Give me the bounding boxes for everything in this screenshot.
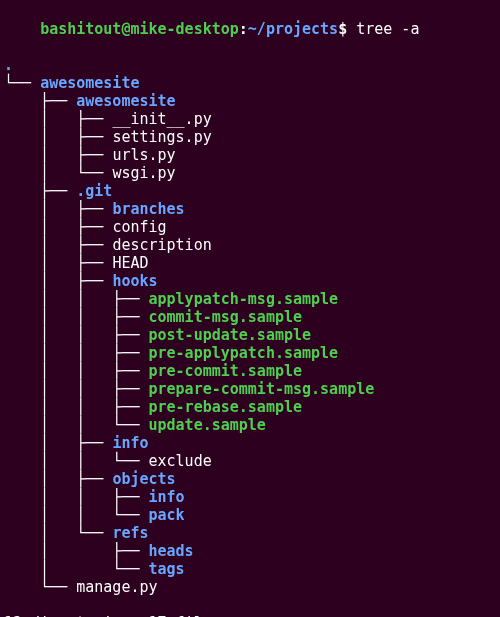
tree-line: └── manage.py — [4, 578, 496, 596]
tree-line: │ │ ├── applypatch-msg.sample — [4, 290, 496, 308]
file-name: __init__.py — [112, 110, 211, 128]
tree-root-dot: . — [4, 56, 13, 74]
exec-file-name: pre-commit.sample — [149, 362, 303, 380]
tree-branch-glyph: │ ├── — [4, 542, 149, 560]
tree-line: │ │ └── update.sample — [4, 416, 496, 434]
tree-branch-glyph: │ │ ├── — [4, 326, 149, 344]
dir-name: refs — [112, 524, 148, 542]
dir-name: awesomesite — [76, 92, 175, 110]
dir-name: heads — [149, 542, 194, 560]
dir-name: branches — [112, 200, 184, 218]
tree-branch-glyph: │ │ ├── — [4, 308, 149, 326]
dir-name: pack — [149, 506, 185, 524]
dir-name: awesomesite — [40, 74, 139, 92]
tree-line: │ └── refs — [4, 524, 496, 542]
tree-blank — [4, 596, 496, 614]
tree-branch-glyph: └── — [4, 74, 40, 92]
tree-line: │ ├── hooks — [4, 272, 496, 290]
tree-branch-glyph: │ │ ├── — [4, 344, 149, 362]
tree-line: ├── .git — [4, 182, 496, 200]
tree-branch-glyph: │ ├── — [4, 110, 112, 128]
tree-branch-glyph: │ └── — [4, 560, 149, 578]
tree-line: │ ├── info — [4, 434, 496, 452]
exec-file-name: update.sample — [149, 416, 266, 434]
tree-line: │ └── wsgi.py — [4, 164, 496, 182]
tree-branch-glyph: ├── — [4, 182, 76, 200]
dir-name: info — [149, 488, 185, 506]
tree-branch-glyph: │ │ ├── — [4, 380, 149, 398]
tree-branch-glyph: └── — [4, 578, 76, 596]
tree-line: │ │ ├── info — [4, 488, 496, 506]
tree-line: │ ├── __init__.py — [4, 110, 496, 128]
file-name: manage.py — [76, 578, 157, 596]
file-name: exclude — [149, 452, 212, 470]
exec-file-name: pre-applypatch.sample — [149, 344, 339, 362]
prompt-user-host: bashitout@mike-desktop — [40, 20, 239, 38]
tree-line: │ │ ├── pre-commit.sample — [4, 362, 496, 380]
tree-line: │ │ ├── pre-applypatch.sample — [4, 344, 496, 362]
prompt-sep2: $ — [338, 20, 356, 38]
tree-branch-glyph: │ └── — [4, 164, 112, 182]
tree-branch-glyph: │ ├── — [4, 236, 112, 254]
tree-branch-glyph: │ ├── — [4, 146, 112, 164]
exec-file-name: prepare-commit-msg.sample — [149, 380, 375, 398]
file-name: settings.py — [112, 128, 211, 146]
prompt-line-1: bashitout@mike-desktop:~/projects$ tree … — [4, 2, 496, 56]
tree-line: │ │ ├── pre-rebase.sample — [4, 398, 496, 416]
tree-branch-glyph: │ │ ├── — [4, 290, 149, 308]
file-name: config — [112, 218, 166, 236]
tree-branch-glyph: ├── — [4, 92, 76, 110]
tree-line: │ ├── description — [4, 236, 496, 254]
tree-root: . — [4, 56, 496, 74]
tree-line: │ │ ├── prepare-commit-msg.sample — [4, 380, 496, 398]
command-text: tree -a — [356, 20, 419, 38]
tree-line: ├── awesomesite — [4, 92, 496, 110]
tree-line: │ │ └── exclude — [4, 452, 496, 470]
tree-branch-glyph: │ └── — [4, 524, 112, 542]
file-name: wsgi.py — [112, 164, 175, 182]
tree-line: │ ├── settings.py — [4, 128, 496, 146]
tree-branch-glyph: │ ├── — [4, 254, 112, 272]
tree-line: │ ├── objects — [4, 470, 496, 488]
tree-line: │ │ ├── post-update.sample — [4, 326, 496, 344]
file-name: HEAD — [112, 254, 148, 272]
tree-branch-glyph: │ │ ├── — [4, 362, 149, 380]
dir-name: hooks — [112, 272, 157, 290]
tree-line: │ ├── branches — [4, 200, 496, 218]
tree-body: └── awesomesite ├── awesomesite │ ├── __… — [4, 74, 496, 596]
tree-line: │ │ ├── commit-msg.sample — [4, 308, 496, 326]
tree-branch-glyph: │ ├── — [4, 470, 112, 488]
file-name: urls.py — [112, 146, 175, 164]
tree-branch-glyph: │ ├── — [4, 272, 112, 290]
tree-branch-glyph: │ │ └── — [4, 506, 149, 524]
tree-branch-glyph: │ │ └── — [4, 416, 149, 434]
file-name: description — [112, 236, 211, 254]
terminal-output: bashitout@mike-desktop:~/projects$ tree … — [4, 2, 496, 617]
prompt-sep1: : — [239, 20, 248, 38]
tree-branch-glyph: │ │ ├── — [4, 488, 149, 506]
tree-line: │ │ └── pack — [4, 506, 496, 524]
exec-file-name: pre-rebase.sample — [149, 398, 303, 416]
tree-branch-glyph: │ │ ├── — [4, 398, 149, 416]
tree-line: │ ├── heads — [4, 542, 496, 560]
prompt-path: ~/projects — [248, 20, 338, 38]
tree-branch-glyph: │ │ └── — [4, 452, 149, 470]
tree-line: └── awesomesite — [4, 74, 496, 92]
tree-branch-glyph: │ ├── — [4, 200, 112, 218]
tree-line: │ ├── config — [4, 218, 496, 236]
tree-branch-glyph: │ ├── — [4, 434, 112, 452]
tree-line: │ └── tags — [4, 560, 496, 578]
exec-file-name: commit-msg.sample — [149, 308, 303, 326]
dir-name: tags — [149, 560, 185, 578]
tree-branch-glyph: │ ├── — [4, 128, 112, 146]
tree-line: │ ├── urls.py — [4, 146, 496, 164]
dir-name: .git — [76, 182, 112, 200]
dir-name: objects — [112, 470, 175, 488]
exec-file-name: post-update.sample — [149, 326, 312, 344]
tree-branch-glyph: │ ├── — [4, 218, 112, 236]
tree-line: │ ├── HEAD — [4, 254, 496, 272]
dir-name: info — [112, 434, 148, 452]
exec-file-name: applypatch-msg.sample — [149, 290, 339, 308]
